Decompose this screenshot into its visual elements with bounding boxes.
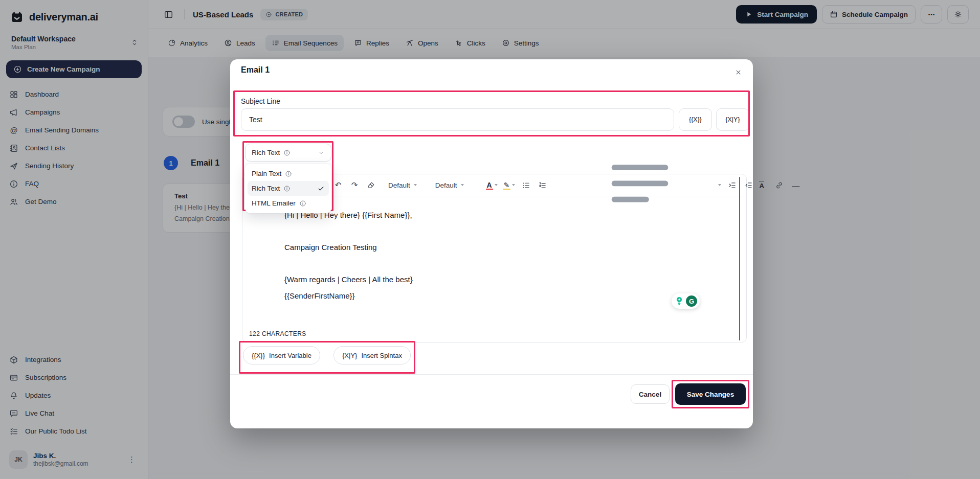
body-line: Campaign Creation Testing (284, 242, 731, 253)
text-color-icon: A (486, 181, 493, 190)
outdent-icon (744, 181, 753, 190)
caret-down-icon (461, 184, 464, 186)
font-size-select[interactable]: Default (431, 177, 468, 193)
grammarly-icon: G (686, 295, 697, 307)
highlighter-icon: ✎ (503, 181, 511, 190)
numbered-list-button[interactable] (535, 177, 549, 193)
format-selected-value: Rich Text (252, 149, 280, 156)
caret-down-icon (495, 184, 498, 186)
subject-insert-spintax-button[interactable]: {X|Y} (716, 108, 749, 131)
outdent-button[interactable] (741, 177, 755, 193)
link-icon (775, 181, 784, 190)
format-option-label: Plain Text (252, 170, 281, 177)
clear-formatting-button[interactable] (364, 177, 378, 193)
chevron-down-icon (318, 149, 325, 156)
format-dropdown-menu: Plain Text Rich Text HTML Emailer (245, 164, 331, 213)
vertical-align-icon: A (759, 181, 764, 189)
text-color-button[interactable]: A (484, 177, 499, 193)
font-size-value: Default (435, 181, 457, 189)
bulleted-list-button[interactable] (519, 177, 533, 193)
modal-title: Email 1 (241, 65, 270, 75)
subject-line-input[interactable] (241, 108, 674, 131)
lightbulb-icon (674, 295, 685, 307)
close-button[interactable] (731, 65, 745, 79)
redo-icon: ↷ (351, 180, 358, 190)
bulleted-list-icon (522, 181, 530, 190)
info-icon (299, 200, 306, 207)
info-icon (285, 170, 292, 177)
format-option-rich-text[interactable]: Rich Text (248, 181, 329, 196)
footer-divider (230, 374, 753, 375)
format-option-label: Rich Text (252, 185, 280, 192)
check-icon (317, 185, 325, 192)
horizontal-rule-button[interactable]: — (789, 177, 803, 193)
caret-down-icon (512, 184, 515, 186)
caret-down-icon (766, 184, 769, 186)
align-lines-icon (563, 147, 717, 223)
redo-button[interactable]: ↷ (347, 177, 362, 193)
highlight-color-button[interactable]: ✎ (501, 177, 517, 193)
editor-scrollbar[interactable] (739, 177, 740, 340)
format-option-plain-text[interactable]: Plain Text (248, 166, 329, 181)
numbered-list-icon (538, 181, 547, 190)
caret-down-icon (718, 184, 721, 186)
info-icon (283, 185, 291, 192)
save-changes-button[interactable]: Save Changes (675, 383, 746, 405)
cancel-button[interactable]: Cancel (631, 384, 670, 404)
close-icon (734, 69, 742, 76)
info-icon (283, 149, 291, 156)
vertical-align-button[interactable]: A (758, 177, 770, 193)
insert-spintax-label: Insert Spintax (361, 352, 402, 359)
insert-variable-button[interactable]: {{X}} Insert Variable (243, 346, 320, 364)
font-family-value: Default (388, 181, 410, 189)
undo-icon: ↶ (335, 180, 342, 190)
format-option-label: HTML Emailer (252, 199, 296, 207)
eraser-icon (367, 181, 375, 190)
email-edit-modal: Email 1 Subject Line {{X}} {X|Y} Rich Te… (230, 59, 753, 428)
subject-line-label: Subject Line (241, 97, 280, 105)
indent-button[interactable] (725, 177, 739, 193)
body-line: {Warm regards | Cheers | All the best} (284, 274, 731, 285)
horizontal-rule-icon: — (792, 181, 799, 190)
format-dropdown-trigger[interactable]: Rich Text (245, 144, 331, 162)
insert-variable-label: Insert Variable (269, 352, 311, 359)
font-family-select[interactable]: Default (384, 177, 421, 193)
insert-link-button[interactable] (772, 177, 787, 193)
subject-insert-variable-button[interactable]: {{X}} (679, 108, 712, 131)
body-line: {{SenderFirstName}} (284, 290, 731, 302)
grammarly-widget[interactable]: G (672, 293, 700, 309)
indent-icon (728, 181, 737, 190)
character-count: 122 CHARACTERS (249, 330, 306, 337)
undo-button[interactable]: ↶ (331, 177, 345, 193)
caret-down-icon (414, 184, 417, 186)
variable-code: {{X}} (252, 352, 265, 359)
alignment-button[interactable] (562, 177, 723, 193)
spintax-code: {X|Y} (342, 352, 357, 359)
insert-spintax-button[interactable]: {X|Y} Insert Spintax (333, 346, 411, 364)
format-option-html-emailer[interactable]: HTML Emailer (248, 196, 329, 211)
